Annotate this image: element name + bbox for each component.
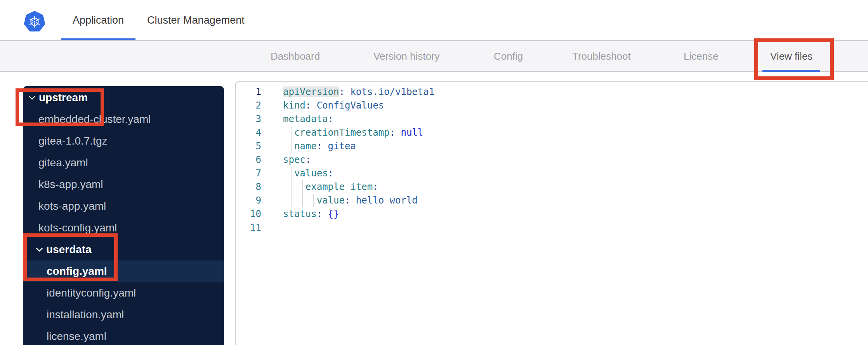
- tree-file-gitea-1-0-7-tgz[interactable]: gitea-1.0.7.tgz: [23, 130, 224, 152]
- header-tab-label: Cluster Management: [147, 14, 245, 26]
- header-tab-application[interactable]: Application: [61, 0, 135, 40]
- code-token: kots.io/v1beta1: [345, 86, 434, 97]
- subnav-tab-label: View files: [770, 50, 812, 62]
- tree-item-label: config.yaml: [47, 265, 107, 278]
- tree-item-label: upstream: [39, 91, 88, 104]
- tab-view-files[interactable]: View files: [762, 41, 820, 72]
- header-tabs: ApplicationCluster Management: [61, 0, 256, 40]
- code-text: status: {}: [283, 207, 339, 221]
- code-text: spec:: [283, 153, 311, 167]
- line-number: 10: [236, 207, 261, 221]
- header-tab-cluster-management[interactable]: Cluster Management: [135, 0, 256, 40]
- tree-file-embedded-cluster-yaml[interactable]: embedded-cluster.yaml: [23, 109, 224, 130]
- subnav-tab-label: License: [684, 50, 719, 62]
- kots-admin-console: ApplicationCluster Management DashboardV…: [0, 0, 868, 345]
- code-token: :: [328, 114, 333, 124]
- indent-guide: [302, 180, 303, 194]
- tab-dashboard[interactable]: Dashboard: [263, 41, 328, 72]
- code-line: 10status: {}: [236, 207, 868, 221]
- tree-file-k8s-app-yaml[interactable]: k8s-app.yaml: [23, 174, 224, 195]
- code-token: :: [373, 181, 378, 192]
- app-subnav: DashboardVersion historyConfigTroublesho…: [0, 40, 868, 72]
- tree-item-label: embedded-cluster.yaml: [38, 113, 151, 126]
- code-text: values:: [283, 167, 333, 180]
- code-token: metadata: [283, 114, 328, 124]
- code-token: ConfigValues: [311, 100, 384, 111]
- code-line: 7 values:: [236, 167, 868, 180]
- tree-file-license-yaml[interactable]: license.yaml: [23, 326, 224, 345]
- code-line: 8 example_item:: [236, 180, 868, 194]
- tree-file-kots-config-yaml[interactable]: kots-config.yaml: [23, 217, 224, 239]
- code-text: creationTimestamp: null: [283, 126, 423, 140]
- subnav-tab-label: Dashboard: [271, 50, 320, 62]
- code-token: :: [339, 86, 345, 97]
- code-line: 1apiVersion: kots.io/v1beta1: [236, 85, 868, 99]
- line-number: 2: [236, 99, 261, 112]
- tree-item-label: kots-app.yaml: [38, 200, 106, 212]
- file-tree[interactable]: upstreamembedded-cluster.yamlgitea-1.0.7…: [23, 86, 224, 345]
- line-number: 6: [236, 153, 261, 167]
- code-token: kind: [283, 100, 306, 111]
- indent-guide: [313, 194, 314, 207]
- line-number: 9: [236, 194, 261, 207]
- code-text: name: gitea: [283, 140, 356, 153]
- code-token: :: [317, 141, 322, 152]
- tree-file-gitea-yaml[interactable]: gitea.yaml: [23, 152, 224, 174]
- tab-config[interactable]: Config: [486, 41, 531, 72]
- indent-guide: [291, 194, 292, 207]
- app-header: ApplicationCluster Management: [0, 0, 868, 40]
- tree-item-label: userdata: [46, 243, 92, 256]
- indent-guide: [291, 126, 292, 140]
- code-token: creationTimestamp: [294, 127, 390, 138]
- code-token: {}: [322, 209, 339, 219]
- indent-spaces: [283, 141, 294, 152]
- line-number: 8: [236, 180, 261, 194]
- code-line: 9 value: hello world: [236, 194, 868, 207]
- tree-item-label: license.yaml: [47, 330, 106, 343]
- tree-folder-upstream[interactable]: upstream: [23, 87, 224, 109]
- tree-item-label: gitea.yaml: [38, 157, 88, 169]
- tab-troubleshoot[interactable]: Troubleshoot: [564, 41, 639, 72]
- code-token: gitea: [322, 141, 356, 152]
- code-text: value: hello world: [283, 194, 418, 207]
- tree-item-label: gitea-1.0.7.tgz: [38, 135, 107, 147]
- indent-guide: [302, 194, 303, 207]
- header-tab-label: Application: [73, 14, 124, 26]
- code-line: 4 creationTimestamp: null: [236, 126, 868, 140]
- line-number: 3: [236, 112, 261, 126]
- code-token: example_item: [306, 181, 373, 192]
- tree-file-kots-app-yaml[interactable]: kots-app.yaml: [23, 195, 224, 217]
- tree-item-label: kots-config.yaml: [38, 222, 117, 234]
- code-line: 11: [236, 221, 868, 235]
- code-text: apiVersion: kots.io/v1beta1: [283, 85, 434, 99]
- code-line: 3metadata:: [236, 112, 868, 126]
- tree-file-installation-yaml[interactable]: installation.yaml: [23, 304, 224, 326]
- tree-folder-userdata[interactable]: userdata: [23, 239, 224, 260]
- code-token: :: [317, 209, 322, 219]
- subnav-tab-label: Troubleshoot: [572, 50, 631, 62]
- code-text: example_item:: [283, 180, 378, 194]
- tab-version-history[interactable]: Version history: [366, 41, 448, 72]
- code-token: apiVersion: [283, 86, 339, 97]
- kubernetes-logo-icon: [23, 10, 46, 33]
- code-token: values: [294, 168, 328, 179]
- chevron-down-icon: [29, 96, 35, 100]
- indent-spaces: [283, 195, 317, 206]
- line-number: 1: [236, 85, 261, 99]
- indent-spaces: [283, 168, 294, 179]
- code-text: metadata:: [283, 112, 333, 126]
- code-token: status: [283, 209, 317, 219]
- tree-item-label: identityconfig.yaml: [47, 287, 136, 299]
- code-token: value: [317, 195, 345, 206]
- tree-file-config-yaml[interactable]: config.yaml: [23, 260, 224, 282]
- code-line: 2kind: ConfigValues: [236, 99, 868, 112]
- line-number: 11: [236, 221, 261, 235]
- tab-license[interactable]: License: [676, 41, 726, 72]
- code-editor[interactable]: 1apiVersion: kots.io/v1beta12kind: Confi…: [235, 81, 868, 345]
- code-token: spec: [283, 154, 306, 165]
- indent-guide: [291, 180, 292, 194]
- code-token: null: [395, 127, 423, 138]
- line-number: 7: [236, 167, 261, 180]
- tree-file-identityconfig-yaml[interactable]: identityconfig.yaml: [23, 282, 224, 304]
- code-token: :: [306, 154, 311, 165]
